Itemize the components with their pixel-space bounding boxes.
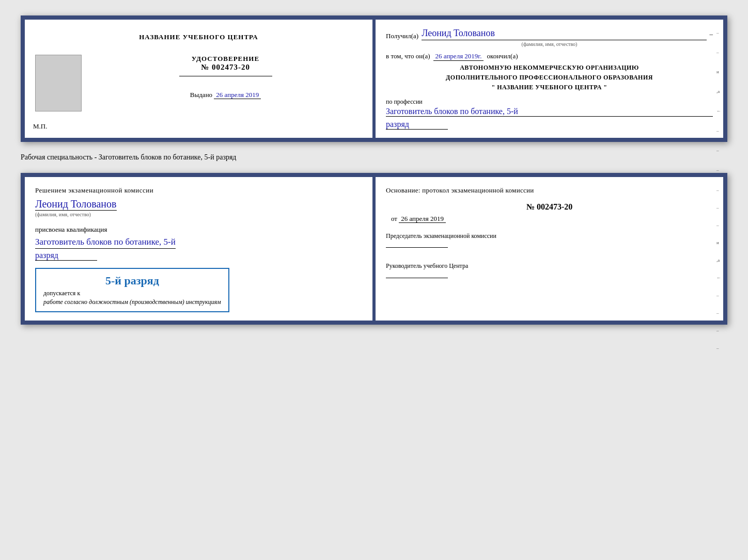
udostoverenie-block: УДОСТОВЕРЕНИЕ № 002473-20 <box>179 55 272 81</box>
top-cert-right-panel: Получил(а) Леонид Толованов – (фамилия, … <box>376 20 723 138</box>
osnovanie-label: Основание: протокол экзаменационной коми… <box>386 185 713 196</box>
mp-label: М.П. <box>33 122 47 131</box>
rukovoditel-block: Руководитель учебного Центра <box>386 261 713 281</box>
top-certificate-book: НАЗВАНИЕ УЧЕБНОГО ЦЕНТРА УДОСТОВЕРЕНИЕ №… <box>21 15 727 142</box>
udostoverenie-title: УДОСТОВЕРЕНИЕ <box>179 55 272 63</box>
vydano-line: Выдано 26 апреля 2019 <box>190 91 261 99</box>
vydano-date: 26 апреля 2019 <box>214 91 261 99</box>
rukovoditel-sig-line <box>386 278 448 278</box>
qualification-name-bottom: Заготовитель блоков по ботанике, 5-й <box>35 236 176 249</box>
dopuskaetsya-line: допускается к <box>43 290 221 297</box>
bottom-cert-right-panel: Основание: протокол экзаменационной коми… <box>376 177 723 321</box>
bottom-cert-left-panel: Решением экзаменационной комиссии Леонид… <box>25 177 372 321</box>
stamp-box: 5-й разряд допускается к работе согласно… <box>35 268 229 312</box>
rukovoditel-label: Руководитель учебного Центра <box>386 261 713 271</box>
dopuskaetsya-label: допускается к <box>43 290 80 297</box>
vtom-text: в том, что он(а) <box>386 52 430 60</box>
person-name-bottom: Леонид Толованов <box>35 198 117 211</box>
okончил-label: окончил(а) <box>487 52 518 60</box>
em-dash-1: – <box>710 30 713 38</box>
stamp-razryad-text: 5-й разряд <box>43 274 221 287</box>
razryad-top: разряд <box>386 120 448 130</box>
org-line2: ДОПОЛНИТЕЛЬНОГО ПРОФЕССИОНАЛЬНОГО ОБРАЗО… <box>386 73 713 83</box>
poprofessii-label: по профессии <box>386 98 713 106</box>
name-hint-top: (фамилия, имя, отчество) <box>386 41 713 47</box>
vtom-date: 26 апреля 2019г. <box>433 52 484 61</box>
vydano-label: Выдано <box>190 91 212 99</box>
ot-label: от <box>391 215 397 222</box>
predsedatel-label: Председатель экзаменационной комиссии <box>386 231 713 241</box>
left-text-col: УДОСТОВЕРЕНИЕ № 002473-20 Выдано 26 апре… <box>89 50 362 99</box>
resheniem-label: Решением экзаменационной комиссии <box>35 185 153 196</box>
photo-placeholder <box>35 55 82 111</box>
bottom-certificate-book: Решением экзаменационной комиссии Леонид… <box>21 173 727 325</box>
name-hint-bottom: (фамилия, имя, отчество) <box>35 212 91 217</box>
org-line1: АВТОНОМНУЮ НЕКОММЕРЧЕСКУЮ ОРГАНИЗАЦИЮ <box>386 63 713 73</box>
vtom-row: в том, что он(а) 26 апреля 2019г. окончи… <box>386 52 713 61</box>
predsedatel-block: Председатель экзаменационной комиссии <box>386 231 713 251</box>
ot-date-value: 26 апреля 2019 <box>399 215 446 223</box>
ot-date-row: от 26 апреля 2019 <box>386 215 713 223</box>
right-edge-marks-top: – – и ,а ← – – – – <box>716 30 721 192</box>
poluchil-row: Получил(а) Леонид Толованов – <box>386 28 713 40</box>
protocol-number-bottom: № 002473-20 <box>386 202 713 212</box>
profession-name-top: Заготовитель блоков по ботанике, 5-й <box>386 107 713 117</box>
dopuskaetsya-italic: работе согласно должностным (производств… <box>43 298 221 306</box>
specialty-label: Рабочая специальность - Заготовитель бло… <box>21 151 727 164</box>
prisvoena-label: присвоена квалификация <box>35 226 107 234</box>
predsedatel-sig-line <box>386 247 448 248</box>
cert-number-top: № 002473-20 <box>179 63 272 72</box>
right-edge-marks-bottom: – – – и ,а ← – – – – <box>716 187 721 350</box>
top-school-title: НАЗВАНИЕ УЧЕБНОГО ЦЕНТРА <box>139 33 258 41</box>
poluchil-name: Леонид Толованов <box>422 28 706 40</box>
razryad-bottom: разряд <box>35 251 97 261</box>
org-line3: " НАЗВАНИЕ УЧЕБНОГО ЦЕНТРА " <box>386 83 713 92</box>
org-block: АВТОНОМНУЮ НЕКОММЕРЧЕСКУЮ ОРГАНИЗАЦИЮ ДО… <box>386 63 713 93</box>
page-wrapper: НАЗВАНИЕ УЧЕБНОГО ЦЕНТРА УДОСТОВЕРЕНИЕ №… <box>10 10 738 330</box>
top-cert-left-panel: НАЗВАНИЕ УЧЕБНОГО ЦЕНТРА УДОСТОВЕРЕНИЕ №… <box>25 20 372 138</box>
photo-and-text-block: УДОСТОВЕРЕНИЕ № 002473-20 Выдано 26 апре… <box>35 50 362 117</box>
poluchil-label: Получил(а) <box>386 32 418 40</box>
